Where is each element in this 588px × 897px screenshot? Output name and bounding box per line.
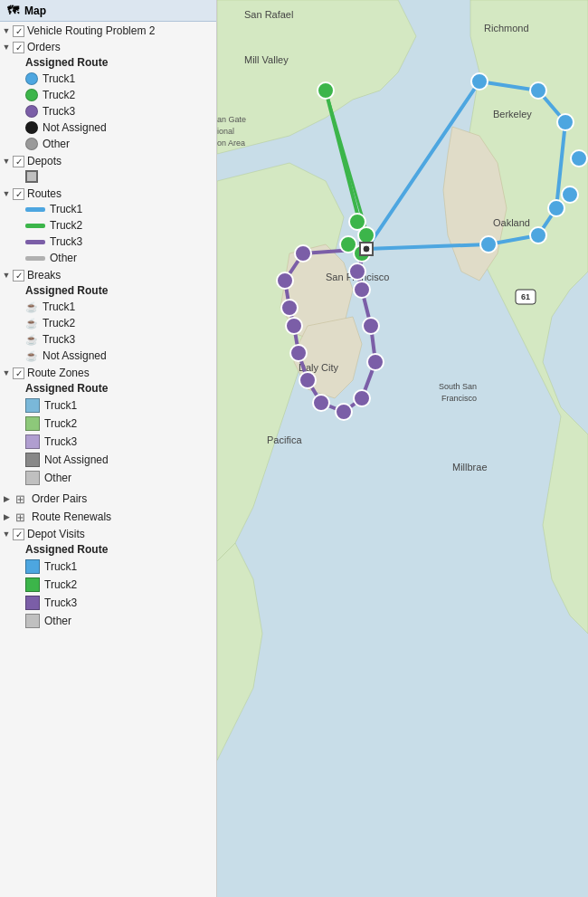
route-zones-other: Other (0, 469, 216, 487)
routes-expand[interactable] (0, 187, 13, 200)
svg-point-45 (318, 82, 334, 99)
depots-expand[interactable] (0, 155, 13, 167)
orders-not-assigned-label: Not Assigned (43, 121, 107, 134)
svg-text:San Rafael: San Rafael (244, 9, 293, 20)
order-pairs-item[interactable]: ⊞ Order Pairs (0, 489, 216, 507)
breaks-item[interactable]: Breaks (0, 266, 216, 282)
depot-visits-truck2-label: Truck2 (44, 578, 77, 591)
route-renewals-grid-icon: ⊞ (13, 510, 27, 524)
depots-item[interactable]: Depots (0, 152, 216, 168)
depots-label: Depots (27, 155, 62, 167)
depot-visits-truck2-icon (25, 577, 40, 592)
routes-truck1-icon (25, 207, 45, 212)
breaks-truck1: ☕ Truck1 (0, 299, 216, 315)
svg-point-69 (354, 282, 370, 298)
routes-label: Routes (27, 187, 62, 200)
routes-truck3-label: Truck3 (50, 235, 82, 248)
route-zones-expand[interactable] (0, 367, 13, 379)
routes-truck1-label: Truck1 (50, 203, 82, 215)
depot-visits-truck2: Truck2 (0, 576, 216, 594)
root-expand[interactable] (0, 24, 13, 37)
route-zones-truck2: Truck2 (0, 415, 216, 433)
orders-truck1-label: Truck1 (43, 72, 75, 85)
routes-other: Other (0, 250, 216, 266)
svg-point-52 (557, 114, 574, 130)
orders-truck3: Truck3 (0, 103, 216, 119)
svg-point-51 (530, 82, 546, 99)
routes-truck1: Truck1 (0, 201, 216, 217)
svg-point-70 (349, 263, 365, 280)
svg-point-65 (336, 404, 352, 420)
depots-icon-row (0, 168, 216, 185)
routes-other-icon (25, 256, 45, 261)
breaks-checkbox[interactable] (13, 270, 24, 282)
breaks-truck1-icon: ☕ (25, 301, 38, 313)
orders-other-icon (25, 138, 38, 150)
svg-point-68 (363, 318, 379, 334)
root-item[interactable]: Vehicle Routing Problem 2 (0, 22, 216, 38)
route-renewals-expand[interactable] (0, 511, 13, 523)
orders-checkbox[interactable] (13, 42, 24, 53)
depot-visits-truck1: Truck1 (0, 558, 216, 576)
breaks-not-assigned-label: Not Assigned (43, 349, 107, 362)
svg-text:Millbrae: Millbrae (452, 462, 488, 472)
breaks-truck2-label: Truck2 (43, 317, 75, 329)
routes-item[interactable]: Routes (0, 185, 216, 201)
svg-text:ional: ional (217, 127, 234, 136)
orders-item[interactable]: Orders (0, 38, 216, 54)
orders-not-assigned: Not Assigned (0, 119, 216, 136)
map-icon: 🗺 (7, 4, 19, 17)
svg-point-62 (290, 345, 307, 361)
depot-visits-assigned-route-label: Assigned Route (25, 543, 108, 556)
map-svg: Richmond Berkeley Oakland Mill Valley Sa… (217, 0, 588, 897)
route-renewals-item[interactable]: ⊞ Route Renewals (0, 507, 216, 525)
routes-truck2-icon (25, 224, 45, 228)
map-panel[interactable]: Richmond Berkeley Oakland Mill Valley Sa… (217, 0, 588, 897)
svg-text:Pacifica: Pacifica (267, 434, 302, 445)
depot-visits-other-icon (25, 614, 40, 628)
svg-point-61 (286, 318, 302, 334)
order-pairs-grid-icon: ⊞ (13, 491, 27, 506)
route-zones-other-label: Other (44, 472, 71, 484)
svg-point-53 (571, 150, 587, 167)
route-zones-truck1-label: Truck1 (44, 399, 77, 412)
svg-text:on Area: on Area (217, 138, 245, 148)
svg-point-58 (295, 245, 311, 262)
root-checkbox[interactable] (13, 25, 24, 37)
breaks-truck2: ☕ Truck2 (0, 315, 216, 331)
orders-truck2: Truck2 (0, 87, 216, 103)
breaks-assigned-route-header: Assigned Route (0, 282, 216, 299)
depot-visits-truck3-icon (25, 596, 40, 610)
svg-point-56 (530, 227, 546, 243)
breaks-label: Breaks (27, 269, 61, 282)
svg-point-64 (313, 395, 329, 411)
depot-visits-expand[interactable] (0, 528, 13, 540)
route-zones-truck1-icon (25, 398, 40, 413)
orders-assigned-route-label: Assigned Route (25, 56, 108, 69)
depot-visits-truck1-icon (25, 559, 40, 574)
svg-point-54 (562, 186, 578, 203)
breaks-truck3-label: Truck3 (43, 333, 75, 346)
route-zones-checkbox[interactable] (13, 367, 24, 379)
main-container: 🗺 Map Vehicle Routing Problem 2 Orders A… (0, 0, 588, 897)
orders-other-label: Other (43, 138, 70, 150)
depots-checkbox[interactable] (13, 156, 24, 167)
route-zones-not-assigned: Not Assigned (0, 451, 216, 469)
routes-truck2: Truck2 (0, 217, 216, 234)
route-zones-other-icon (25, 471, 40, 485)
depot-visits-item[interactable]: Depot Visits (0, 525, 216, 541)
orders-expand[interactable] (0, 41, 13, 53)
svg-text:Mill Valley: Mill Valley (244, 54, 289, 65)
route-zones-item[interactable]: Route Zones (0, 364, 216, 380)
order-pairs-expand[interactable] (0, 492, 13, 505)
orders-truck3-icon (25, 105, 38, 118)
depot-visits-checkbox[interactable] (13, 529, 24, 540)
breaks-expand[interactable] (0, 269, 13, 282)
svg-text:Berkeley: Berkeley (493, 109, 532, 119)
svg-text:South San: South San (439, 382, 477, 391)
orders-other: Other (0, 136, 216, 152)
svg-text:61: 61 (521, 292, 530, 301)
routes-checkbox[interactable] (13, 188, 24, 200)
breaks-truck2-icon: ☕ (25, 317, 38, 329)
breaks-not-assigned-icon: ☕ (25, 349, 38, 362)
